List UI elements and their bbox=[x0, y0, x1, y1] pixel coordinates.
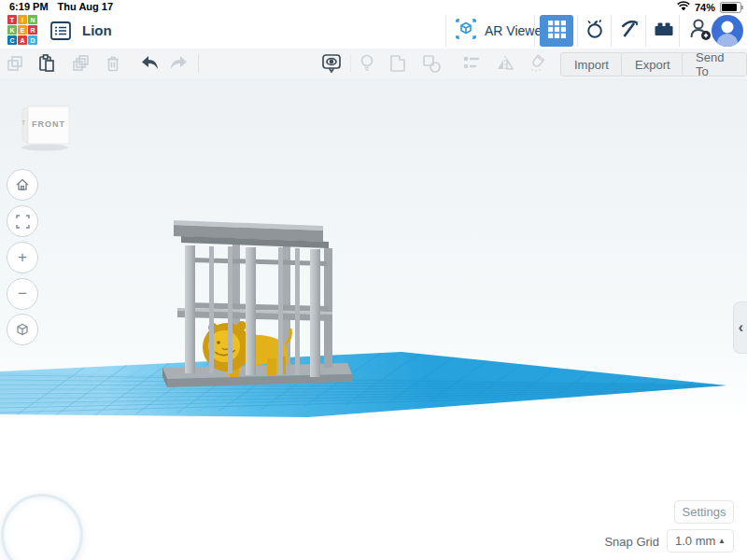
snap-grid-select[interactable]: 1.0 mm ▲ bbox=[667, 529, 734, 553]
3d-viewport[interactable]: FRONT T + − ‹ Settings Snap Grid 1.0 mm … bbox=[0, 78, 747, 560]
divider bbox=[198, 54, 199, 73]
mirror-icon[interactable] bbox=[494, 52, 516, 75]
minus-icon: − bbox=[18, 285, 27, 303]
brick-view-button[interactable] bbox=[648, 15, 680, 47]
divider bbox=[577, 15, 578, 47]
workplane bbox=[0, 302, 747, 420]
export-button[interactable]: Export bbox=[621, 52, 684, 77]
ar-viewer-button[interactable]: AR Viewer bbox=[454, 17, 546, 45]
perspective-toggle-button[interactable] bbox=[7, 314, 38, 345]
group-icon[interactable] bbox=[387, 52, 409, 75]
divider bbox=[679, 15, 680, 47]
logo-letter: K bbox=[7, 25, 17, 35]
zoom-in-button[interactable]: + bbox=[7, 242, 38, 273]
clock-date: Thu Aug 17 bbox=[58, 1, 113, 12]
ar-viewer-label: AR Viewer bbox=[485, 23, 546, 38]
chevron-left-icon: ‹ bbox=[739, 319, 743, 336]
ungroup-icon[interactable] bbox=[420, 52, 443, 75]
delete-icon[interactable] bbox=[102, 52, 124, 75]
zoom-out-button[interactable]: − bbox=[7, 278, 38, 310]
app-header: T I N K E R C A D Lion AR Viewer bbox=[0, 13, 747, 49]
view-cube[interactable]: FRONT T bbox=[15, 93, 77, 151]
ar-cube-icon bbox=[454, 17, 478, 45]
logo-letter: N bbox=[28, 15, 37, 24]
send-to-button[interactable]: Send To bbox=[682, 52, 747, 77]
snap-grid-label: Snap Grid bbox=[585, 535, 659, 549]
edit-toolbar: Import Export Send To bbox=[0, 49, 747, 79]
redo-icon[interactable] bbox=[168, 52, 190, 75]
grid-icon bbox=[548, 21, 566, 42]
design-title[interactable]: Lion bbox=[82, 22, 112, 38]
divider bbox=[611, 15, 612, 47]
duplicate-icon[interactable] bbox=[69, 52, 92, 75]
avatar[interactable] bbox=[712, 15, 743, 47]
logo-letter: A bbox=[18, 35, 27, 45]
undo-icon[interactable] bbox=[138, 52, 161, 75]
logo-letter: R bbox=[28, 25, 37, 35]
copy-icon[interactable] bbox=[4, 52, 26, 75]
scene-svg bbox=[0, 78, 747, 560]
divider bbox=[534, 15, 535, 47]
pickaxe-icon bbox=[617, 17, 641, 45]
paste-icon[interactable] bbox=[35, 52, 58, 75]
sim-lab-button[interactable] bbox=[579, 15, 611, 47]
settings-button[interactable]: Settings bbox=[674, 500, 734, 524]
light-bulb-icon[interactable] bbox=[356, 52, 378, 75]
battery-percent: 74% bbox=[695, 2, 715, 13]
snap-grid-value: 1.0 mm bbox=[675, 534, 715, 548]
divider bbox=[350, 54, 351, 73]
sim-lab-icon bbox=[583, 17, 607, 45]
divider bbox=[445, 15, 446, 47]
logo-letter: I bbox=[18, 15, 27, 24]
lego-brick-icon bbox=[652, 17, 676, 45]
tinkercad-logo[interactable]: T I N K E R C A D bbox=[7, 15, 39, 47]
magnet-icon[interactable] bbox=[526, 52, 548, 75]
divider bbox=[645, 15, 646, 47]
caret-up-icon: ▲ bbox=[718, 537, 726, 545]
minecraft-pickaxe-button[interactable] bbox=[613, 15, 645, 47]
fit-view-button[interactable] bbox=[7, 205, 38, 237]
logo-letter: C bbox=[7, 35, 17, 45]
battery-icon bbox=[720, 2, 741, 13]
show-all-icon[interactable] bbox=[320, 52, 343, 75]
home-view-button[interactable] bbox=[7, 169, 38, 201]
logo-letter: D bbox=[28, 35, 37, 45]
logo-letter: T bbox=[7, 15, 17, 24]
clock-time: 6:19 PM bbox=[9, 1, 49, 12]
design-properties-icon[interactable] bbox=[49, 20, 73, 42]
logo-letter: E bbox=[18, 25, 27, 35]
add-person-icon bbox=[687, 16, 713, 46]
import-button[interactable]: Import bbox=[560, 52, 623, 77]
wifi-icon bbox=[677, 1, 690, 13]
viewcube-front-face[interactable]: FRONT bbox=[28, 119, 69, 129]
shapes-panel-toggle[interactable]: ‹ bbox=[733, 301, 747, 354]
grid-view-button[interactable] bbox=[540, 15, 573, 47]
align-icon[interactable] bbox=[460, 52, 483, 75]
status-bar: 6:19 PM Thu Aug 17 74% bbox=[0, 0, 747, 13]
viewcube-side-face[interactable]: T bbox=[21, 119, 25, 126]
plus-icon: + bbox=[18, 248, 27, 267]
